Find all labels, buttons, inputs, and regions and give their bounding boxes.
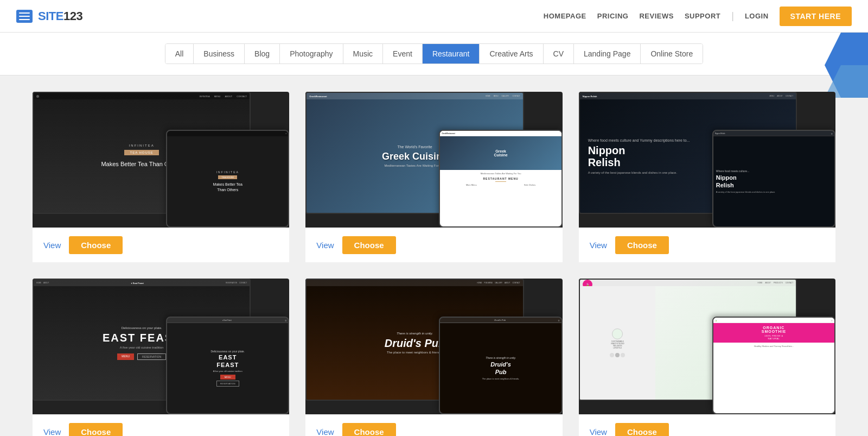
header-nav: HOMEPAGE PRICING REVIEWS SUPPORT | LOGIN… — [544, 7, 852, 26]
tab-event[interactable]: Event — [383, 44, 423, 64]
choose-button-nippon[interactable]: Choose — [615, 236, 669, 254]
choose-button-greek[interactable]: Choose — [342, 236, 396, 254]
main-content: INFINITEA MENU ABOUT CONTACT INFINITEA T… — [0, 75, 868, 436]
template-card: HOME ABOUT ♦ East Feast RESERVATION CONT… — [33, 279, 289, 436]
header-left: SITE123 — [16, 9, 82, 23]
arrow-decoration — [825, 33, 868, 98]
mobile-mockup: ♦ East Feast ≡ Deliciousness on your pla… — [166, 317, 289, 414]
template-card: Nippon Relish MENU ABOUT CONTACT Where f… — [579, 92, 835, 262]
template-preview-organic: 🍃 HOME ABOUT PRODUCTS CONTACT — [579, 279, 835, 414]
template-actions: View Choose — [33, 228, 289, 262]
template-card: GreekRestaurant HOME MENU GALLERY CONTAC… — [305, 92, 562, 262]
nav-support[interactable]: SUPPORT — [685, 12, 720, 20]
template-actions: View Choose — [579, 228, 835, 262]
logo-number: 123 — [63, 9, 82, 23]
templates-grid: INFINITEA MENU ABOUT CONTACT INFINITEA T… — [33, 92, 835, 436]
template-preview-nippon: Nippon Relish MENU ABOUT CONTACT Where f… — [579, 92, 835, 228]
logo-site: SITE — [38, 9, 63, 23]
template-actions: View Choose — [305, 414, 562, 436]
tab-photography[interactable]: Photography — [280, 44, 343, 64]
template-preview-eastfeast: HOME ABOUT ♦ East Feast RESERVATION CONT… — [33, 279, 289, 414]
tab-blog[interactable]: Blog — [245, 44, 280, 64]
nav-pricing[interactable]: PRICING — [597, 12, 629, 20]
template-card: INFINITEA MENU ABOUT CONTACT INFINITEA T… — [33, 92, 289, 262]
category-bar: All Business Blog Photography Music Even… — [0, 33, 868, 75]
template-preview-infinitea: INFINITEA MENU ABOUT CONTACT INFINITEA T… — [33, 92, 289, 228]
nav-reviews[interactable]: REVIEWS — [639, 12, 673, 20]
start-here-button[interactable]: START HERE — [780, 7, 852, 26]
view-link-organic[interactable]: View — [590, 427, 607, 436]
template-preview-druids: HOME PUB MENU GALLERY ABOUT CONTACT Ther… — [305, 279, 562, 414]
mobile-mockup: GreekRestaurant GreekCuisine Mediterrane… — [439, 130, 562, 228]
template-actions: View Choose — [305, 228, 562, 262]
choose-button-druids[interactable]: Choose — [342, 423, 396, 436]
tab-all[interactable]: All — [165, 44, 194, 64]
view-link-infinitea[interactable]: View — [43, 241, 61, 250]
category-tabs: All Business Blog Photography Music Even… — [165, 43, 704, 64]
choose-button-organic[interactable]: Choose — [615, 423, 669, 436]
tab-online-store[interactable]: Online Store — [641, 44, 703, 64]
tab-music[interactable]: Music — [343, 44, 384, 64]
view-link-eastfeast[interactable]: View — [43, 427, 61, 436]
template-preview-greek: GreekRestaurant HOME MENU GALLERY CONTAC… — [305, 92, 562, 228]
choose-button-eastfeast[interactable]: Choose — [69, 423, 123, 436]
choose-button-infinitea[interactable]: Choose — [69, 236, 123, 254]
header: SITE123 HOMEPAGE PRICING REVIEWS SUPPORT… — [0, 0, 868, 33]
view-link-druids[interactable]: View — [316, 427, 334, 436]
mobile-mockup: 🍃 ≡ ORGANICSMOOTHIE 100% FRESH &NATURAL … — [712, 317, 835, 414]
tab-business[interactable]: Business — [194, 44, 245, 64]
tab-creative-arts[interactable]: Creative Arts — [480, 44, 543, 64]
tab-landing-page[interactable]: Landing Page — [574, 44, 641, 64]
tab-restaurant[interactable]: Restaurant — [423, 44, 480, 64]
mobile-mockup: ≡ INFINITEA TEA HOUSE Makes Better TeaTh… — [166, 130, 289, 228]
logo: SITE123 — [38, 9, 82, 23]
mobile-mockup: Druid's Pub ≡ There is strength in unity… — [439, 317, 562, 414]
nav-divider: | — [731, 10, 734, 22]
nav-homepage[interactable]: HOMEPAGE — [544, 12, 586, 20]
template-card: 🍃 HOME ABOUT PRODUCTS CONTACT — [579, 279, 835, 436]
template-actions: View Choose — [33, 414, 289, 436]
template-card: HOME PUB MENU GALLERY ABOUT CONTACT Ther… — [305, 279, 562, 436]
mobile-mockup: Nippon Relish ≡ Where food meets culture… — [712, 130, 835, 228]
view-link-greek[interactable]: View — [316, 241, 334, 250]
nav-login[interactable]: LOGIN — [745, 12, 769, 20]
view-link-nippon[interactable]: View — [590, 241, 607, 250]
hamburger-menu[interactable] — [16, 10, 33, 23]
tab-cv[interactable]: CV — [544, 44, 574, 64]
template-actions: View Choose — [579, 414, 835, 436]
